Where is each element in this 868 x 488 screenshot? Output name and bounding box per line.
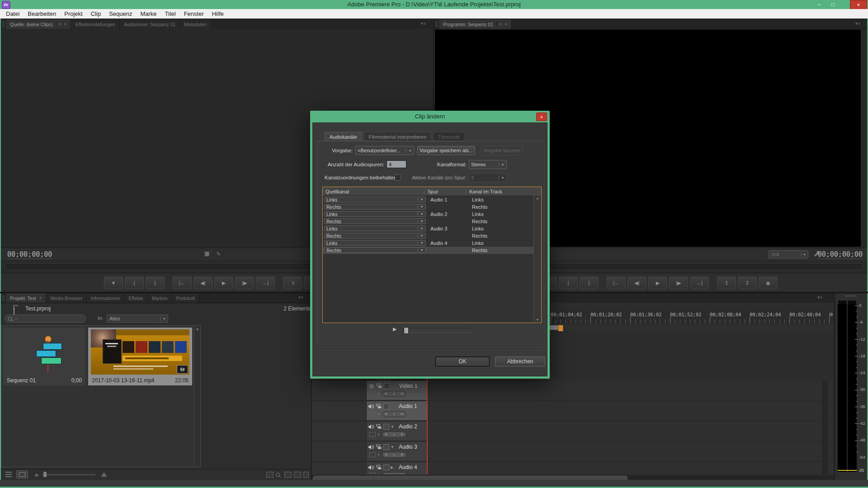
menu-item[interactable]: Projekt (60, 10, 86, 17)
slider-thumb[interactable] (404, 327, 409, 334)
panel-tab[interactable]: Metadaten ▾ × (180, 19, 211, 29)
tab-close-icon[interactable]: × (39, 296, 42, 300)
find-button[interactable] (276, 473, 282, 477)
step-back-button[interactable]: ◀| (193, 277, 212, 289)
keyframe-display-icon[interactable] (369, 432, 376, 437)
list-view-button[interactable] (5, 472, 12, 477)
panel-tab[interactable]: Informationen ▾ × (87, 293, 124, 303)
track-speaker-icon[interactable] (368, 465, 374, 470)
panel-menu-icon[interactable]: ▾≡ (298, 295, 304, 300)
track-header[interactable]: Audio 1 ♦ ◀ ♦ ▶ (367, 401, 427, 420)
preset-select[interactable]: <Benutzerdefinier... ▾ (355, 146, 414, 155)
items-scrollbar[interactable]: ▲ (194, 326, 200, 466)
new-bin-button[interactable] (284, 472, 292, 478)
tab-menu-icon[interactable]: ▾ (56, 22, 61, 26)
track-content[interactable] (427, 381, 834, 400)
sync-lock-icon[interactable] (377, 384, 382, 388)
goto-in-button[interactable]: {← (173, 277, 192, 289)
dialog-tab[interactable]: Timecode (433, 132, 465, 141)
search-input[interactable]: − (5, 314, 86, 323)
step-back-button[interactable]: ◀| (627, 277, 646, 289)
track-header[interactable]: ▼ Audio 3 ♦ ◀ ♦ ▶ (367, 442, 427, 461)
insert-button[interactable]: ↴ (283, 277, 302, 289)
play-button[interactable]: ▶ (214, 277, 233, 289)
keyframe-navigator[interactable]: ◀ ♦ ▶ (382, 391, 406, 397)
program-timecode[interactable]: 00;00;00;00 (818, 250, 863, 259)
new-item-button[interactable] (294, 472, 301, 478)
keyframe-display-icon[interactable] (369, 391, 376, 396)
save-preset-button[interactable]: Vorgabe speichern als... (417, 146, 475, 155)
add-keyframe-icon[interactable]: ♦ (377, 412, 380, 416)
add-keyframe-icon[interactable]: ♦ (377, 391, 380, 396)
source-channel-select[interactable]: Rechts ▾ (324, 233, 426, 239)
source-channel-select[interactable]: Links ▾ (324, 211, 426, 217)
panel-menu-icon[interactable]: ▾≡ (421, 21, 426, 26)
track-name[interactable]: Video 1 (399, 383, 417, 389)
track-speaker-icon[interactable] (368, 424, 374, 429)
panel-tab[interactable]: Protokoll ▾ × (172, 293, 199, 303)
delete-preset-button[interactable]: Vorgabe löschen (481, 146, 523, 155)
tab-close-icon[interactable]: × (64, 22, 67, 27)
preview-play-button[interactable]: ▶ (393, 326, 396, 332)
keyframe-display-icon[interactable] (369, 452, 376, 457)
menu-item[interactable]: Clip (87, 10, 105, 17)
channel-format-select[interactable]: Stereo ▾ (469, 160, 507, 169)
mark-out-button[interactable]: } (146, 277, 165, 289)
track-content[interactable] (427, 462, 834, 474)
track-target-box[interactable] (383, 424, 389, 430)
extract-button[interactable]: ↧ (738, 277, 757, 289)
mapping-row[interactable]: Links ▾ Audio 1 Links (323, 196, 541, 203)
keyframe-navigator[interactable]: ◀ ♦ ▶ (382, 472, 406, 475)
panel-grip[interactable] (435, 21, 438, 27)
clear-button[interactable] (303, 472, 309, 478)
track-name[interactable]: Audio 3 (399, 444, 417, 450)
keyframe-navigator[interactable]: ◀ ♦ ▶ (382, 411, 406, 417)
thumbnail-zoom-slider[interactable] (42, 474, 95, 475)
track-speaker-icon[interactable] (368, 404, 374, 409)
menu-item[interactable]: Sequenz (105, 10, 136, 17)
panel-grip[interactable] (2, 295, 5, 301)
add-keyframe-icon[interactable]: ♦ (377, 452, 380, 457)
sync-lock-icon[interactable] (376, 424, 382, 429)
dialog-tab[interactable]: Filmmaterial interpretieren (364, 132, 432, 141)
goto-out-button[interactable]: →} (690, 277, 709, 289)
menu-item[interactable]: Datei (2, 10, 24, 17)
preview-volume-slider[interactable] (403, 328, 472, 333)
panel-tab[interactable]: Effekteinstellungen ▾ × (71, 19, 120, 29)
menu-item[interactable]: Fenster (180, 10, 208, 17)
source-channel-select[interactable]: Links ▾ (324, 240, 426, 246)
step-forward-button[interactable]: |▶ (235, 277, 254, 289)
maximize-button[interactable]: □ (826, 0, 839, 9)
zoom-in-icon[interactable] (101, 472, 107, 477)
menu-item[interactable]: Hilfe (208, 10, 228, 17)
scroll-down-icon[interactable]: ▼ (534, 318, 541, 321)
track-header[interactable]: Video 1 ♦ ◀ ♦ ▶ (367, 381, 427, 400)
project-item-sequence[interactable]: Sequenz 01 0;00 (3, 328, 85, 385)
program-zoom-select[interactable]: Voll ▾ (769, 250, 808, 258)
keep-assignments-checkbox[interactable] (395, 174, 401, 181)
step-forward-button[interactable]: |▶ (669, 277, 688, 289)
tab-close-icon[interactable]: × (505, 22, 507, 27)
mark-in-button[interactable]: { (559, 277, 578, 289)
work-area-handle[interactable] (558, 325, 563, 332)
track-name[interactable]: Audio 4 (399, 464, 417, 470)
source-channel-select[interactable]: Rechts ▾ (324, 204, 426, 210)
project-root-icon[interactable] (14, 306, 14, 315)
project-name[interactable]: Test.prproj (25, 305, 51, 312)
play-button[interactable]: ▶ (648, 277, 667, 289)
source-channel-select[interactable]: Links ▾ (324, 225, 426, 231)
project-item-clip[interactable]: 2017-10-03 13-16-11.mp4 22:05 (88, 328, 192, 385)
dialog-title[interactable]: Clip ändern (310, 111, 550, 122)
mapping-row[interactable]: Links ▾ Audio 3 Links (323, 225, 541, 232)
cancel-button[interactable]: Abbrechen (495, 357, 545, 366)
track-header[interactable]: ▼ Audio 2 ♦ ◀ ♦ ▶ (367, 422, 427, 441)
mark-out-button[interactable]: } (580, 277, 599, 289)
keyframe-display-icon[interactable] (369, 412, 376, 417)
active-channels-select[interactable]: 2 ▾ (469, 173, 507, 182)
track-visibility-icon[interactable] (368, 384, 375, 388)
sync-lock-icon[interactable] (376, 404, 382, 408)
track-target-box[interactable] (384, 383, 390, 389)
source-channel-select[interactable]: Rechts ▾ (324, 247, 426, 253)
keyframe-navigator[interactable]: ◀ ♦ ▶ (382, 452, 406, 458)
mapping-row[interactable]: Links ▾ Audio 4 Links (323, 239, 541, 247)
